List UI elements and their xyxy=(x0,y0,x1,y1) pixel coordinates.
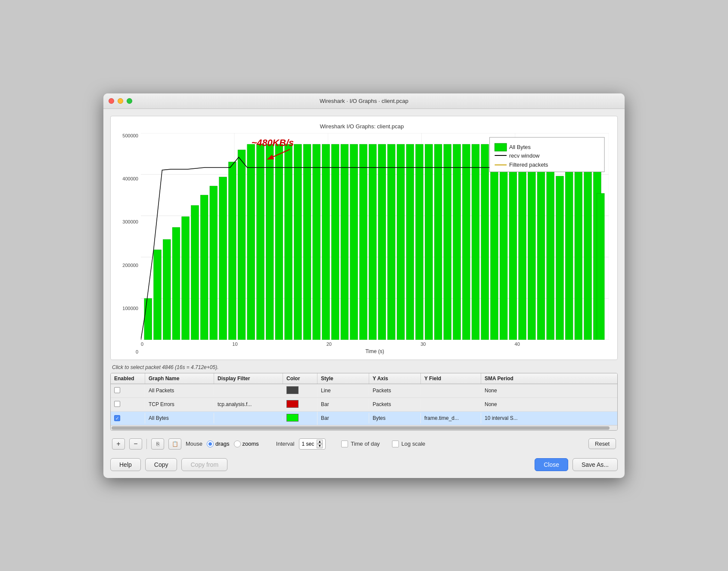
mouse-label: Mouse xyxy=(186,441,202,447)
row1-enabled[interactable] xyxy=(111,385,145,397)
svg-rect-51 xyxy=(519,144,526,340)
svg-rect-65 xyxy=(495,143,507,151)
col-sma: SMA Period xyxy=(481,373,541,384)
interval-value: 1 sec xyxy=(302,441,314,447)
help-button[interactable]: Help xyxy=(110,458,141,471)
interval-label: Interval xyxy=(276,441,295,447)
svg-rect-55 xyxy=(556,176,564,340)
row1-name: All Packets xyxy=(145,385,214,396)
y-tick-500k: 500000 xyxy=(115,133,138,138)
svg-rect-15 xyxy=(182,217,190,340)
separator xyxy=(146,439,147,449)
copy-button[interactable]: Copy xyxy=(145,458,177,471)
row1-y-axis: Packets xyxy=(369,385,421,396)
row2-y-axis: Packets xyxy=(369,399,421,410)
row2-checkbox[interactable] xyxy=(114,401,120,407)
row3-color-swatch[interactable] xyxy=(286,414,299,422)
chart-inner[interactable]: ~480KB/s All Bytes xyxy=(141,133,609,354)
row1-color[interactable] xyxy=(283,384,317,397)
x-tick-30: 30 xyxy=(420,341,426,347)
table-row[interactable]: TCP Errors tcp.analysis.f... Bar Packets… xyxy=(111,398,617,412)
close-window-button[interactable] xyxy=(109,98,114,104)
row3-checkbox[interactable] xyxy=(114,415,120,421)
table-row[interactable]: All Packets Line Packets None xyxy=(111,384,617,398)
svg-rect-20 xyxy=(228,162,236,340)
window-controls[interactable] xyxy=(109,98,132,104)
row3-sma: 10 interval S... xyxy=(481,413,541,423)
row1-color-swatch[interactable] xyxy=(286,386,299,394)
row2-enabled[interactable] xyxy=(111,399,145,410)
svg-rect-37 xyxy=(388,144,395,340)
svg-rect-23 xyxy=(257,144,264,340)
scrollbar-thumb[interactable] xyxy=(112,426,610,430)
titlebar: Wireshark · I/O Graphs · client.pcap xyxy=(103,93,625,109)
main-window: Wireshark · I/O Graphs · client.pcap Wir… xyxy=(103,93,625,478)
col-y-field: Y Field xyxy=(421,373,481,384)
status-text: Click to select packet 4846 (16s = 4.712… xyxy=(110,364,618,370)
col-enabled: Enabled xyxy=(111,373,145,384)
svg-text:recv window: recv window xyxy=(509,152,540,158)
svg-rect-50 xyxy=(509,144,517,340)
row2-color-swatch[interactable] xyxy=(286,400,299,408)
minimize-window-button[interactable] xyxy=(118,98,123,104)
zooms-radio-indicator xyxy=(234,441,241,447)
graphs-table: Enabled Graph Name Display Filter Color … xyxy=(110,373,618,431)
chart-area: 0 100000 200000 300000 400000 500000 xyxy=(115,133,609,354)
row3-filter xyxy=(214,416,283,420)
time-of-day-text: Time of day xyxy=(351,441,380,447)
svg-rect-48 xyxy=(491,144,498,340)
log-scale-label[interactable]: Log scale xyxy=(392,441,426,447)
svg-rect-11 xyxy=(144,298,152,340)
svg-rect-35 xyxy=(369,144,376,340)
maximize-window-button[interactable] xyxy=(127,98,132,104)
y-tick-100k: 100000 xyxy=(115,306,138,311)
table-row[interactable]: All Bytes Bar Bytes frame.time_d... 10 i… xyxy=(111,412,617,425)
row3-y-axis: Bytes xyxy=(369,413,421,423)
svg-rect-46 xyxy=(472,144,479,340)
drags-radio-indicator xyxy=(207,441,214,447)
col-display-filter: Display Filter xyxy=(214,373,283,384)
drags-radio[interactable]: drags xyxy=(207,441,230,447)
close-button[interactable]: Close xyxy=(535,458,568,471)
row2-color[interactable] xyxy=(283,398,317,411)
interval-select[interactable]: 1 sec ▲ ▼ xyxy=(299,438,326,450)
svg-rect-43 xyxy=(444,144,451,340)
log-scale-checkbox[interactable] xyxy=(392,441,399,447)
bottom-row: Help Copy Copy from Close Save As... xyxy=(110,456,618,471)
row2-sma: None xyxy=(481,399,541,410)
row3-enabled[interactable] xyxy=(111,413,145,424)
reset-button[interactable]: Reset xyxy=(588,438,616,449)
main-content: Wireshark I/O Graphs: client.pcap 0 1000… xyxy=(103,109,625,478)
svg-rect-57 xyxy=(575,144,582,340)
row3-color[interactable] xyxy=(283,412,317,425)
row3-y-field: frame.time_d... xyxy=(421,413,481,423)
drags-label: drags xyxy=(215,441,230,447)
time-of-day-label[interactable]: Time of day xyxy=(341,441,380,447)
time-of-day-checkbox[interactable] xyxy=(341,441,348,447)
edit-graph-button[interactable]: 📋 xyxy=(168,438,181,450)
svg-rect-36 xyxy=(378,144,386,340)
interval-stepper[interactable]: ▲ ▼ xyxy=(317,440,323,448)
y-tick-400k: 400000 xyxy=(115,176,138,181)
copy-from-button[interactable]: Copy from xyxy=(181,458,227,471)
col-color: Color xyxy=(283,373,317,384)
svg-rect-33 xyxy=(350,144,358,340)
interval-up[interactable]: ▲ xyxy=(317,440,323,444)
svg-rect-38 xyxy=(397,144,404,340)
interval-down[interactable]: ▼ xyxy=(317,444,323,448)
svg-rect-13 xyxy=(163,239,171,340)
row1-checkbox[interactable] xyxy=(114,387,120,393)
save-as-button[interactable]: Save As... xyxy=(572,458,618,471)
svg-rect-19 xyxy=(219,177,227,340)
svg-rect-25 xyxy=(275,144,283,340)
remove-graph-button[interactable]: − xyxy=(129,438,142,450)
table-scrollbar[interactable] xyxy=(111,425,617,430)
zooms-radio[interactable]: zooms xyxy=(234,441,259,447)
svg-rect-32 xyxy=(341,144,348,340)
duplicate-graph-button[interactable]: ⎘ xyxy=(151,438,164,450)
row2-y-field xyxy=(421,402,481,407)
chart-graph[interactable]: ~480KB/s All Bytes xyxy=(141,133,609,340)
add-graph-button[interactable]: + xyxy=(112,438,125,450)
window-title: Wireshark · I/O Graphs · client.pcap xyxy=(320,98,408,104)
row1-sma: None xyxy=(481,385,541,396)
